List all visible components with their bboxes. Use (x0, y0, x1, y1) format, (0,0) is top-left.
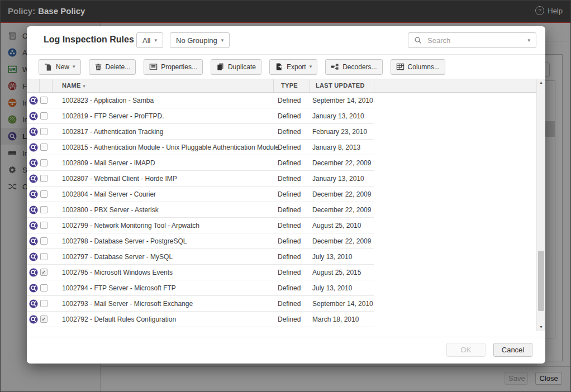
table-row[interactable]: 1002817 - Authentication TrackingDefined… (27, 124, 536, 140)
duplicate-icon (216, 63, 225, 71)
rule-last-updated: December 22, 2009 (312, 159, 371, 167)
rule-icon (29, 237, 38, 246)
row-checkbox[interactable] (40, 284, 47, 291)
row-checkbox[interactable] (40, 222, 47, 229)
table-scrollbar[interactable] (536, 79, 545, 331)
row-checkbox[interactable] (40, 315, 47, 323)
button-label: Columns... (408, 63, 440, 71)
column-header-type[interactable]: TYPE (281, 82, 298, 89)
rule-icon (29, 174, 38, 183)
help-label: Help (548, 7, 563, 15)
column-header-last-updated[interactable]: LAST UPDATED (316, 82, 365, 89)
table-row[interactable]: 1002793 - Mail Server - Microsoft Exchan… (27, 296, 536, 312)
table-row[interactable]: 1002815 - Authentication Module - Unix P… (27, 140, 536, 155)
row-checkbox[interactable] (40, 97, 47, 104)
rule-last-updated: January 8, 2013 (312, 144, 360, 151)
row-checkbox[interactable] (40, 300, 47, 307)
rule-type: Defined (278, 237, 301, 245)
rule-last-updated: January 13, 2010 (312, 112, 364, 120)
rule-type: Defined (278, 222, 301, 230)
rule-icon (29, 96, 38, 105)
row-checkbox[interactable] (40, 206, 47, 213)
rule-type: Defined (278, 159, 301, 167)
rule-name: 1002817 - Authentication Tracking (62, 128, 163, 136)
table-row[interactable]: 1002807 - Webmail Client - Horde IMPDefi… (27, 171, 536, 187)
rule-type: Defined (278, 269, 301, 276)
properties-button[interactable]: Properties... (144, 59, 203, 75)
search-input[interactable] (426, 36, 523, 45)
rule-icon (29, 112, 38, 121)
table-row[interactable]: 1002823 - Application - SambaDefinedSept… (27, 93, 536, 108)
scrollbar-thumb[interactable] (538, 251, 544, 311)
decoders-button[interactable]: Decoders... (325, 59, 382, 75)
row-checkbox[interactable] (40, 112, 47, 119)
table-row[interactable]: 1002795 - Microsoft Windows EventsDefine… (27, 265, 536, 280)
row-checkbox[interactable] (40, 144, 47, 151)
scroll-up-icon[interactable] (537, 79, 545, 87)
rule-type: Defined (278, 315, 301, 323)
row-separator (27, 327, 374, 327)
table-row[interactable]: 1002800 - PBX Server - AsteriskDefinedDe… (27, 202, 536, 218)
rule-name: 1002797 - Database Server - MySQL (62, 253, 173, 261)
page-title-prefix: Policy: (8, 6, 35, 16)
row-checkbox[interactable] (40, 128, 47, 135)
table-row[interactable]: 1002804 - Mail Server - CourierDefinedDe… (27, 187, 536, 202)
row-checkbox[interactable] (40, 190, 47, 198)
button-label: Export (287, 63, 306, 71)
row-checkbox[interactable] (40, 269, 47, 276)
columns-button[interactable]: Columns... (391, 59, 445, 75)
properties-icon (149, 63, 158, 71)
grouping-dropdown[interactable]: No Grouping (170, 32, 230, 48)
chevron-down-icon (154, 38, 157, 43)
decoders-icon (331, 63, 339, 71)
app-header: Policy:Base Policy ? Help (1, 1, 570, 23)
column-separator (52, 79, 53, 92)
rule-name: 1002809 - Mail Server - IMAPD (62, 159, 155, 167)
scroll-down-icon[interactable] (537, 323, 545, 331)
page-title: Policy:Base Policy (8, 6, 85, 16)
rule-type: Defined (278, 128, 301, 136)
rule-name: 1002815 - Authentication Module - Unix P… (62, 144, 279, 151)
export-button[interactable]: Export (269, 59, 317, 75)
cancel-button[interactable]: Cancel (493, 343, 532, 357)
duplicate-button[interactable]: Duplicate (211, 59, 261, 75)
columns-icon (396, 63, 405, 71)
rule-icon (29, 205, 38, 214)
rule-name: 1002804 - Mail Server - Courier (62, 190, 156, 198)
sort-descending-icon (83, 84, 85, 89)
dialog-footer-divider (27, 337, 545, 337)
table-row[interactable]: 1002794 - FTP Server - Microsoft FTPDefi… (27, 280, 536, 296)
rule-last-updated: August 25, 2015 (312, 269, 361, 276)
table-row[interactable]: 1002797 - Database Server - MySQLDefined… (27, 249, 536, 265)
search-box (408, 32, 536, 48)
export-icon (275, 63, 283, 71)
rule-name: 1002795 - Microsoft Windows Events (62, 269, 173, 276)
row-checkbox[interactable] (40, 175, 47, 182)
column-separator (39, 79, 40, 92)
rule-icon (29, 268, 38, 277)
row-checkbox[interactable] (40, 237, 47, 245)
grouping-dropdown-value: No Grouping (176, 36, 217, 45)
help-button[interactable]: ? Help (535, 6, 563, 15)
delete-icon (94, 63, 102, 71)
column-header-name[interactable]: NAME (62, 82, 85, 89)
rule-icon (29, 252, 38, 261)
search-dropdown-icon[interactable] (527, 38, 530, 43)
ok-button[interactable]: OK (446, 343, 486, 357)
column-separator (374, 79, 374, 92)
row-checkbox[interactable] (40, 253, 47, 260)
filter-dropdown[interactable]: All (136, 32, 163, 48)
table-row[interactable]: 1002792 - Default Rules ConfigurationDef… (27, 312, 536, 327)
rule-name: 1002792 - Default Rules Configuration (62, 315, 176, 323)
table-row[interactable]: 1002798 - Database Server - PostgreSQLDe… (27, 233, 536, 249)
table-row[interactable]: 1002799 - Network Monitoring Tool - Arpw… (27, 218, 536, 233)
delete-button[interactable]: Delete... (89, 59, 136, 75)
button-label: Delete... (106, 63, 131, 71)
page-title-name: Base Policy (38, 6, 85, 16)
table-row[interactable]: 1002809 - Mail Server - IMAPDDefinedDece… (27, 155, 536, 171)
new-button[interactable]: New (39, 59, 81, 75)
column-separator (310, 79, 310, 92)
row-checkbox[interactable] (40, 159, 47, 166)
table-row[interactable]: 1002819 - FTP Server - ProFTPD.DefinedJa… (27, 108, 536, 124)
rule-last-updated: March 18, 2010 (312, 315, 359, 323)
